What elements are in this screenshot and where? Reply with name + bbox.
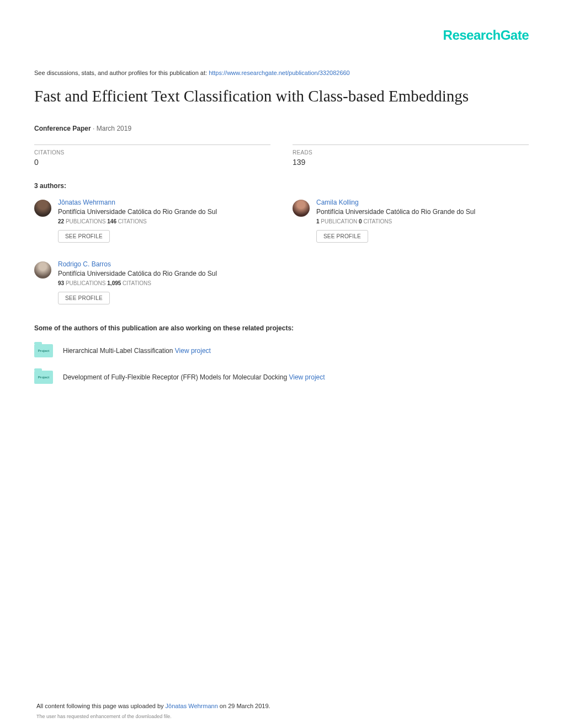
cit-count: 1,095: [107, 280, 121, 286]
project-folder-icon[interactable]: [34, 371, 53, 384]
brand-logo[interactable]: ResearchGate: [34, 28, 529, 43]
footer-prefix: All content following this page was uplo…: [36, 703, 166, 709]
cit-count: 146: [107, 218, 116, 224]
publication-meta: Conference Paper · March 2019: [34, 125, 529, 132]
avatar[interactable]: [34, 200, 51, 217]
author-affiliation: Pontifícia Universidade Católica do Rio …: [58, 208, 270, 216]
pub-count: 93: [58, 280, 64, 286]
page-title[interactable]: Fast and Efficient Text Classification w…: [34, 86, 529, 107]
discussions-line: See discussions, stats, and author profi…: [34, 69, 529, 76]
author-card: Camila Kolling Pontifícia Universidade C…: [293, 199, 529, 243]
reads-value: 139: [293, 158, 529, 167]
author-stats: 22 PUBLICATIONS 146 CITATIONS: [58, 218, 270, 224]
pub-count: 22: [58, 218, 64, 224]
publication-type: Conference Paper: [34, 125, 91, 132]
citations-value: 0: [34, 158, 270, 167]
authors-header: 3 authors:: [34, 182, 529, 190]
project-title: Development of Fully-Flexible Receptor (…: [63, 373, 289, 381]
avatar[interactable]: [293, 200, 310, 217]
cit-label: CITATIONS: [116, 218, 147, 224]
footer-suffix: on 29 March 2019.: [218, 703, 270, 709]
reads-label: READS: [293, 149, 529, 156]
author-card: Rodrigo C. Barros Pontifícia Universidad…: [34, 260, 270, 304]
citations-label: CITATIONS: [34, 149, 270, 156]
author-card: Jônatas Wehrmann Pontifícia Universidade…: [34, 199, 270, 243]
view-project-link[interactable]: View project: [175, 347, 211, 355]
publication-date: · March 2019: [91, 125, 131, 132]
footer-note: The user has requested enhancement of th…: [36, 714, 527, 719]
author-stats: 1 PUBLICATION 0 CITATIONS: [316, 218, 529, 224]
cit-label: CITATIONS: [121, 280, 151, 286]
project-row: Development of Fully-Flexible Receptor (…: [34, 371, 529, 384]
see-profile-button[interactable]: SEE PROFILE: [58, 230, 110, 243]
project-row: Hierarchical Multi-Label Classification …: [34, 344, 529, 357]
pub-label: PUBLICATIONS: [64, 280, 107, 286]
pub-label: PUBLICATIONS: [64, 218, 107, 224]
pub-label: PUBLICATION: [320, 218, 359, 224]
author-affiliation: Pontifícia Universidade Católica do Rio …: [58, 270, 270, 277]
view-project-link[interactable]: View project: [289, 373, 325, 381]
uploader-link[interactable]: Jônatas Wehrmann: [166, 703, 218, 709]
see-profile-button[interactable]: SEE PROFILE: [58, 292, 110, 304]
author-name-link[interactable]: Jônatas Wehrmann: [58, 199, 270, 206]
cit-label: CITATIONS: [362, 218, 392, 224]
author-affiliation: Pontifícia Universidade Católica do Rio …: [316, 208, 529, 216]
reads-block: READS 139: [293, 144, 529, 167]
project-folder-icon[interactable]: [34, 344, 53, 357]
related-projects-header: Some of the authors of this publication …: [34, 324, 529, 332]
publication-url-link[interactable]: https://www.researchgate.net/publication…: [209, 69, 350, 76]
author-name-link[interactable]: Camila Kolling: [316, 199, 529, 206]
footer-upload-line: All content following this page was uplo…: [36, 703, 527, 709]
citations-block: CITATIONS 0: [34, 144, 270, 167]
author-stats: 93 PUBLICATIONS 1,095 CITATIONS: [58, 280, 270, 286]
avatar[interactable]: [34, 261, 51, 279]
author-name-link[interactable]: Rodrigo C. Barros: [58, 260, 270, 268]
discussions-prefix: See discussions, stats, and author profi…: [34, 69, 209, 76]
project-title: Hierarchical Multi-Label Classification: [63, 347, 175, 355]
see-profile-button[interactable]: SEE PROFILE: [316, 230, 368, 243]
